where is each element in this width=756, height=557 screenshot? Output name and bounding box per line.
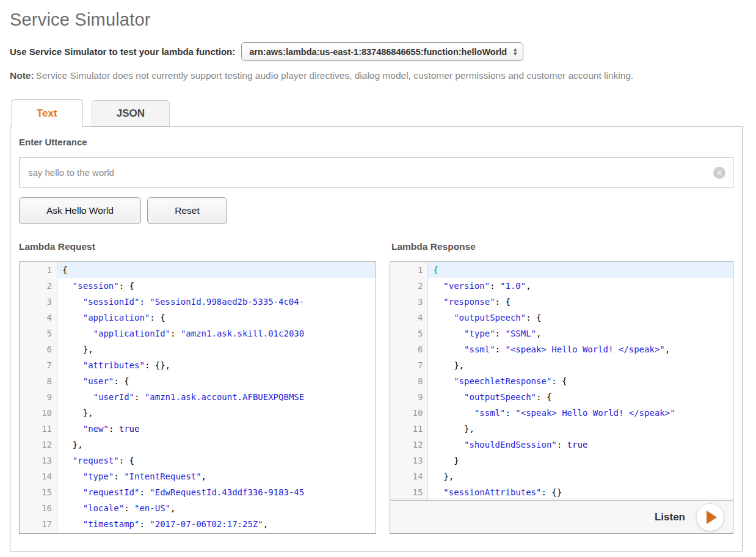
line-number: 11 bbox=[390, 421, 428, 437]
response-code-lines: 1{2 "version": "1.0",3 "response": {4 "o… bbox=[390, 262, 733, 500]
line-number: 11 bbox=[20, 421, 57, 437]
utterance-label: Enter Utterance bbox=[19, 137, 733, 147]
note-label: Note: bbox=[10, 70, 34, 81]
tab-text[interactable]: Text bbox=[12, 99, 82, 127]
line-number: 13 bbox=[20, 453, 57, 468]
editors-row: 1{2 "session": {3 "sessionId": "SessionI… bbox=[19, 261, 733, 534]
simulator-tabs: Text JSON bbox=[10, 98, 743, 126]
lambda-request-editor[interactable]: 1{2 "session": {3 "sessionId": "SessionI… bbox=[19, 261, 376, 534]
code-line[interactable]: 3 "response": { bbox=[390, 294, 733, 310]
line-number: 3 bbox=[390, 294, 428, 310]
code-line[interactable]: 10 "ssml": "<speak> Hello World! </speak… bbox=[390, 405, 733, 421]
lambda-response-title: Lambda Response bbox=[391, 241, 476, 252]
listen-bar: Listen bbox=[390, 500, 733, 534]
play-icon bbox=[707, 511, 717, 524]
line-number: 8 bbox=[390, 373, 428, 389]
line-number: 2 bbox=[390, 278, 428, 294]
utterance-input[interactable] bbox=[20, 158, 733, 187]
code-line[interactable]: 4 "application": { bbox=[20, 310, 376, 326]
code-line[interactable]: 8 "speechletResponse": { bbox=[390, 373, 733, 389]
lambda-function-select[interactable]: arn:aws:lambda:us-east-1:837486846655:fu… bbox=[241, 42, 523, 61]
code-line[interactable]: 6 }, bbox=[20, 341, 376, 357]
line-number: 13 bbox=[390, 453, 428, 468]
clear-input-icon[interactable]: ✕ bbox=[713, 167, 725, 179]
line-number: 2 bbox=[20, 278, 57, 294]
code-line[interactable]: 15 "sessionAttributes": {} bbox=[390, 484, 733, 500]
code-line[interactable]: 5 "applicationId": "amzn1.ask.skill.01c2… bbox=[20, 326, 376, 341]
line-number: 9 bbox=[390, 389, 428, 405]
listen-label: Listen bbox=[655, 509, 685, 525]
code-line[interactable]: 13 "request": { bbox=[20, 453, 376, 468]
line-number: 9 bbox=[20, 389, 57, 405]
code-line[interactable]: 4 "outputSpeech": { bbox=[390, 310, 733, 326]
line-number: 5 bbox=[20, 326, 57, 341]
line-number: 15 bbox=[390, 484, 428, 500]
lambda-request-title: Lambda Request bbox=[19, 241, 391, 252]
tab-json[interactable]: JSON bbox=[92, 100, 170, 126]
code-line[interactable]: 14 }, bbox=[390, 468, 733, 484]
code-line[interactable]: 5 "type": "SSML", bbox=[390, 326, 733, 341]
line-number: 12 bbox=[390, 437, 428, 453]
line-number: 10 bbox=[390, 405, 428, 421]
line-number: 16 bbox=[20, 500, 57, 516]
reset-button[interactable]: Reset bbox=[147, 197, 227, 224]
line-number: 12 bbox=[20, 437, 57, 453]
line-number: 14 bbox=[20, 468, 57, 484]
code-line[interactable]: 17 "timestamp": "2017-07-06T02:17:25Z", bbox=[20, 516, 376, 532]
line-number: 10 bbox=[20, 405, 57, 421]
line-number: 4 bbox=[390, 310, 428, 326]
line-number: 15 bbox=[20, 484, 57, 500]
request-code-lines: 1{2 "session": {3 "sessionId": "SessionI… bbox=[20, 262, 376, 532]
code-line[interactable]: 12 }, bbox=[20, 437, 376, 453]
code-line[interactable]: 7 "attributes": {}, bbox=[20, 357, 376, 373]
function-selector-label: Use Service Simulator to test your lambd… bbox=[10, 46, 235, 57]
code-line[interactable]: 9 "userId": "amzn1.ask.account.AFBUEXPQB… bbox=[20, 389, 376, 405]
line-number: 6 bbox=[20, 341, 57, 357]
select-arrows-icon: ▲▼ bbox=[512, 48, 518, 56]
code-line[interactable]: 15 "requestId": "EdwRequestId.43ddf336-9… bbox=[20, 484, 376, 500]
action-buttons-row: Ask Hello World Reset bbox=[19, 197, 733, 224]
code-line[interactable]: 16 "locale": "en-US", bbox=[20, 500, 376, 516]
function-selector-row: Use Service Simulator to test your lambd… bbox=[10, 42, 743, 61]
line-number: 1 bbox=[390, 262, 428, 278]
code-line[interactable]: 2 "version": "1.0", bbox=[390, 278, 733, 294]
code-line[interactable]: 3 "sessionId": "SessionId.998aed2b-5335-… bbox=[20, 294, 376, 310]
text-tab-panel: Enter Utterance ✕ Ask Hello World Reset … bbox=[10, 126, 743, 552]
code-line[interactable]: 13 } bbox=[390, 453, 733, 468]
code-line[interactable]: 10 }, bbox=[20, 405, 376, 421]
code-line[interactable]: 14 "type": "IntentRequest", bbox=[20, 468, 376, 484]
note-row: Note:Service Simulator does not currentl… bbox=[10, 70, 743, 81]
line-number: 7 bbox=[20, 357, 57, 373]
note-text: Service Simulator does not currently sup… bbox=[36, 70, 634, 81]
line-number: 3 bbox=[20, 294, 57, 310]
code-line[interactable]: 8 "user": { bbox=[20, 373, 376, 389]
code-line[interactable]: 6 "ssml": "<speak> Hello World! </speak>… bbox=[390, 341, 733, 357]
code-line[interactable]: 12 "shouldEndSession": true bbox=[390, 437, 733, 453]
line-number: 4 bbox=[20, 310, 57, 326]
line-number: 6 bbox=[390, 341, 428, 357]
ask-hello-world-button[interactable]: Ask Hello World bbox=[19, 197, 141, 224]
code-line[interactable]: 9 "outputSpeech": { bbox=[390, 389, 733, 405]
page-title: Service Simulator bbox=[10, 10, 743, 30]
listen-play-button[interactable] bbox=[696, 503, 724, 531]
line-number: 1 bbox=[20, 262, 57, 278]
lambda-function-arn: arn:aws:lambda:us-east-1:837486846655:fu… bbox=[249, 47, 507, 57]
lambda-response-editor[interactable]: 1{2 "version": "1.0",3 "response": {4 "o… bbox=[390, 261, 733, 534]
editor-headers-row: Lambda Request Lambda Response bbox=[19, 241, 733, 252]
code-line[interactable]: 11 }, bbox=[390, 421, 733, 437]
utterance-input-box: ✕ bbox=[19, 157, 733, 187]
code-line[interactable]: 11 "new": true bbox=[20, 421, 376, 437]
line-number: 14 bbox=[390, 468, 428, 484]
code-line[interactable]: 1{ bbox=[390, 262, 733, 278]
code-line[interactable]: 7 }, bbox=[390, 357, 733, 373]
line-number: 17 bbox=[20, 516, 57, 532]
code-line[interactable]: 2 "session": { bbox=[20, 278, 376, 294]
line-number: 8 bbox=[20, 373, 57, 389]
line-number: 5 bbox=[390, 326, 428, 341]
line-number: 7 bbox=[390, 357, 428, 373]
code-line[interactable]: 1{ bbox=[20, 262, 376, 278]
service-simulator-page: Service Simulator Use Service Simulator … bbox=[0, 0, 756, 552]
